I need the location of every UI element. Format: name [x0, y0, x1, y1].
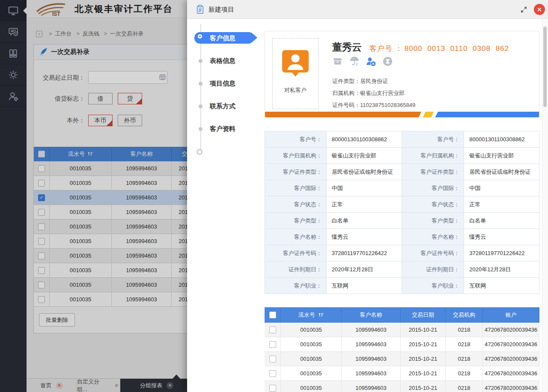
customer-name: 董秀云: [332, 41, 362, 54]
row-checkbox[interactable]: [269, 356, 276, 362]
detail-row: 客户类型： 白名单 客户类型： 白名单: [265, 213, 539, 229]
step-nav: 客户信息 客户信息 表格信息 表格信息 项目信息 项目信息: [187, 0, 264, 180]
scrollbar-thumb[interactable]: [543, 27, 547, 107]
table-row[interactable]: 0010035 1095994603 2015-10-21 0218 47206…: [265, 381, 539, 392]
person-remove-icon[interactable]: [366, 56, 376, 67]
new-project-drawer: 新建项目 ✕ 客户信息 客户信息 表格: [187, 0, 548, 392]
detail-row: 客户归属机构： 银雀山支行营业部 客户归属机构： 银雀山支行营业部: [265, 148, 539, 164]
customer-detail-grid: 客户号： 800001301100308862 客户号： 80000130110…: [265, 131, 539, 294]
step-ring-icon: [198, 34, 202, 39]
detail-row: 证件到期日： 2020年12月28日 证件到期日： 2020年12月28日: [265, 261, 539, 278]
step-dot-icon: [199, 82, 203, 86]
step-item[interactable]: 客户信息 客户信息: [187, 32, 244, 44]
hourglass-icon[interactable]: [382, 56, 393, 67]
sort-icon[interactable]: [318, 312, 324, 318]
row-checkbox[interactable]: [269, 327, 276, 333]
detail-row: 客户状态： 正常 客户状态： 正常: [265, 196, 539, 213]
customer-action-icons: 2: [332, 56, 393, 67]
row-checkbox[interactable]: [269, 385, 276, 392]
person-pin-icon: [282, 50, 309, 79]
modal-overlay: [0, 0, 187, 392]
detail-row: 客户职业： 互联网 客户职业： 互联网: [265, 278, 539, 294]
step-dot-icon: [199, 59, 203, 63]
close-drawer-button[interactable]: ✕: [534, 4, 545, 15]
table-row[interactable]: 0010035 1095994603 2015-10-21 0218 47206…: [265, 366, 539, 381]
row-checkbox[interactable]: [269, 370, 276, 377]
card-accent-stripe: [265, 112, 539, 117]
app-root: IST 北京银丰审计工作平台 › >工作台 >反洗钱 >一次交易补录: [0, 0, 548, 392]
customer-category: 对私客户: [273, 86, 318, 94]
transactions-table-body: 0010035 1095994603 2015-10-21 0218 47206…: [265, 323, 539, 392]
archive-box-icon[interactable]: [332, 56, 343, 67]
org-line: 归属机构：银雀山支行营业部: [332, 89, 405, 97]
customer-card: 对私客户 董秀云 客户号 ：8000 0013 0110 0308 862: [265, 31, 539, 118]
step-dot-icon: [199, 127, 203, 131]
table-row[interactable]: 0010035 1095994603 2015-10-21 0218 47206…: [265, 352, 539, 366]
step-end-circle: [197, 149, 203, 155]
table-row[interactable]: 0010035 1095994603 2015-10-21 0218 47206…: [265, 323, 539, 337]
select-all-checkbox[interactable]: [269, 312, 276, 318]
detail-row: 客户证件类型： 居民省份证或临时身份证 客户证件类型： 居民省份证或临时身份证: [265, 164, 539, 180]
row-checkbox[interactable]: [269, 341, 276, 348]
table-row[interactable]: 0010035 1095994603 2015-10-21 0218 47206…: [265, 337, 539, 352]
detail-row: 客户证件号码： 372801197701226422 客户证件号码： 37280…: [265, 245, 539, 261]
customer-avatar: 对私客户: [272, 38, 319, 109]
customer-number: 客户号 ：8000 0013 0110 0308 862: [369, 44, 509, 53]
detail-row: 客户国际： 中国 客户国际： 中国: [265, 180, 539, 196]
cert-no-line: 证件号码：110238751028365849: [332, 101, 415, 109]
detail-row: 客户名称： 懂秀云 客户名称： 懂秀云: [265, 229, 539, 245]
step-dot-icon: [199, 104, 203, 108]
umbrella-icon[interactable]: 2: [349, 56, 360, 67]
expand-icon[interactable]: [520, 6, 527, 15]
svg-text:2: 2: [356, 62, 358, 66]
transactions-table: 流水号 客户名称 交易日期 交易机构 账户 0010035: [265, 307, 539, 392]
detail-row: 客户号： 800001301100308862 客户号： 80000130110…: [265, 131, 539, 148]
transactions-table-header: 流水号 客户名称 交易日期 交易机构 账户: [265, 307, 539, 323]
active-step-badge: 客户信息: [194, 32, 251, 44]
cert-type-line: 证件类型：居民身份证: [332, 77, 388, 85]
